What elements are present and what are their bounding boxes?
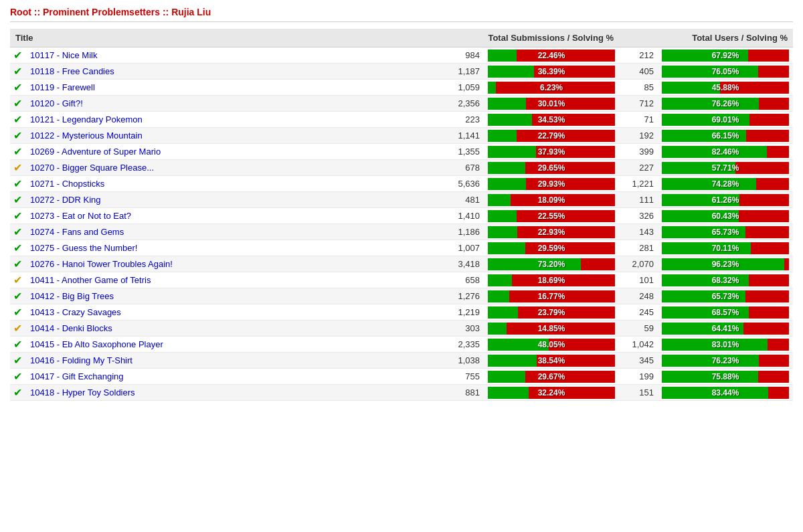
submission-pct-label: 16.77% (488, 292, 615, 301)
check-icon-cell: ✔ (10, 208, 25, 224)
problem-title-link[interactable]: 10418 - Hyper Toy Soldiers (30, 387, 135, 397)
submission-count: 481 (445, 192, 485, 208)
submission-pct-label: 34.53% (488, 115, 615, 124)
table-row: ✔10272 - DDR King48118.09%11161.26% (10, 192, 793, 208)
check-icon-cell: ✔ (10, 64, 25, 80)
user-bar-cell: 61.26% (659, 192, 793, 208)
problem-title-link[interactable]: 10273 - Eat or Not to Eat? (30, 211, 131, 221)
user-pct-label: 75.88% (662, 372, 789, 381)
user-bar: 68.57% (662, 306, 789, 319)
problem-title-link[interactable]: 10275 - Guess the Number! (30, 243, 137, 253)
submission-pct-label: 29.65% (488, 163, 615, 173)
check-gold-icon: ✔ (13, 274, 22, 286)
user-bar-cell: 66.15% (659, 128, 793, 144)
check-icon-cell: ✔ (10, 128, 25, 144)
user-bar: 82.46% (662, 146, 789, 158)
problem-title-link[interactable]: 10271 - Chopsticks (30, 179, 104, 189)
check-green-icon: ✔ (13, 387, 22, 398)
user-pct-label: 60.43% (662, 211, 789, 221)
problem-title-link[interactable]: 10415 - Eb Alto Saxophone Player (30, 339, 163, 349)
problem-title: 10273 - Eat or Not to Eat? (25, 208, 445, 224)
user-bar: 75.88% (662, 371, 789, 383)
problem-title-link[interactable]: 10416 - Folding My T-Shirt (30, 355, 132, 365)
user-bar-cell: 83.44% (659, 385, 793, 401)
user-pct-label: 57.71% (662, 163, 789, 173)
submission-bar-cell: 23.79% (485, 304, 619, 321)
user-bar-cell: 65.73% (659, 288, 793, 304)
user-bar-cell: 67.92% (659, 48, 793, 64)
submission-bar-cell: 22.93% (485, 224, 619, 240)
submission-pct-label: 38.54% (488, 356, 615, 365)
problem-title: 10121 - Legendary Pokemon (25, 112, 445, 128)
submission-bar-cell: 29.93% (485, 176, 619, 192)
user-bar: 45.88% (662, 82, 789, 94)
submission-bar: 22.93% (488, 226, 615, 238)
breadcrumb: Root :: Prominent Problemsetters :: Ruji… (10, 7, 793, 22)
table-row: ✔10269 - Adventure of Super Mario1,35537… (10, 144, 793, 160)
submission-pct-label: 22.93% (488, 228, 615, 237)
submission-count: 1,219 (445, 304, 485, 321)
submission-bar-cell: 34.53% (485, 112, 619, 128)
table-row: ✔10417 - Gift Exchanging75529.67%19975.8… (10, 369, 793, 385)
check-icon-cell: ✔ (10, 80, 25, 96)
submission-count: 1,187 (445, 64, 485, 80)
problem-title-link[interactable]: 10276 - Hanoi Tower Troubles Again! (30, 259, 173, 269)
submission-bar: 23.79% (488, 306, 615, 319)
submission-bar: 14.85% (488, 323, 615, 335)
check-icon-cell: ✔ (10, 96, 25, 112)
problem-title-link[interactable]: 10272 - DDR King (30, 195, 101, 205)
submission-bar: 22.46% (488, 50, 615, 62)
problem-title: 10271 - Chopsticks (25, 176, 445, 192)
submission-count: 1,038 (445, 353, 485, 369)
user-count: 405 (619, 64, 659, 80)
user-bar-cell: 45.88% (659, 80, 793, 96)
problem-title-link[interactable]: 10414 - Denki Blocks (30, 323, 112, 333)
problem-title-link[interactable]: 10119 - Farewell (30, 82, 95, 92)
submission-bar-cell: 48.05% (485, 337, 619, 353)
problem-title-link[interactable]: 10411 - Another Game of Tetris (30, 275, 151, 285)
check-green-icon: ✔ (13, 371, 22, 382)
user-bar-cell: 76.05% (659, 64, 793, 80)
check-icon-cell: ✔ (10, 48, 25, 64)
problem-title-link[interactable]: 10413 - Crazy Savages (30, 307, 121, 317)
submission-count: 1,410 (445, 208, 485, 224)
problem-title-link[interactable]: 10122 - Mysterious Mountain (30, 130, 143, 141)
user-pct-label: 96.23% (662, 260, 789, 269)
user-bar: 65.73% (662, 290, 789, 302)
submission-bar-cell: 30.01% (485, 96, 619, 112)
submission-bar: 30.01% (488, 98, 615, 110)
check-green-icon: ✔ (13, 178, 22, 189)
check-icon-cell: ✔ (10, 256, 25, 272)
submission-count: 303 (445, 321, 485, 337)
user-pct-label: 70.11% (662, 244, 789, 253)
submission-pct-label: 37.93% (488, 147, 615, 157)
user-pct-label: 68.57% (662, 308, 789, 317)
submission-pct-label: 29.59% (488, 244, 615, 253)
problem-title-link[interactable]: 10270 - Bigger Square Please... (30, 163, 154, 173)
problem-title-link[interactable]: 10117 - Nice Milk (30, 50, 97, 60)
problem-title-link[interactable]: 10120 - Gift?! (30, 98, 83, 108)
problem-title-link[interactable]: 10121 - Legendary Pokemon (30, 114, 143, 124)
user-bar-cell: 76.23% (659, 353, 793, 369)
check-icon-cell: ✔ (10, 160, 25, 176)
problem-title-link[interactable]: 10412 - Big Big Trees (30, 291, 114, 301)
user-pct-label: 65.73% (662, 292, 789, 301)
problem-title-link[interactable]: 10274 - Fans and Gems (30, 227, 124, 237)
table-row: ✔10274 - Fans and Gems1,18622.93%14365.7… (10, 224, 793, 240)
user-bar-cell: 68.32% (659, 272, 793, 288)
problem-title-link[interactable]: 10118 - Free Candies (30, 66, 114, 76)
table-row: ✔10118 - Free Candies1,18736.39%40576.05… (10, 64, 793, 80)
check-icon-cell: ✔ (10, 112, 25, 128)
table-row: ✔10416 - Folding My T-Shirt1,03838.54%34… (10, 353, 793, 369)
problem-title-link[interactable]: 10417 - Gift Exchanging (30, 371, 123, 381)
problem-title-link[interactable]: 10269 - Adventure of Super Mario (30, 147, 161, 157)
table-row: ✔10271 - Chopsticks5,63629.93%1,22174.28… (10, 176, 793, 192)
check-icon-cell: ✔ (10, 369, 25, 385)
user-pct-label: 76.23% (662, 356, 789, 365)
user-bar: 83.01% (662, 339, 789, 351)
user-bar: 76.23% (662, 355, 789, 367)
submission-pct-label: 48.05% (488, 340, 615, 349)
user-bar: 70.11% (662, 242, 789, 254)
user-pct-label: 76.05% (662, 67, 789, 76)
table-row: ✔10122 - Mysterious Mountain1,14122.79%1… (10, 128, 793, 144)
